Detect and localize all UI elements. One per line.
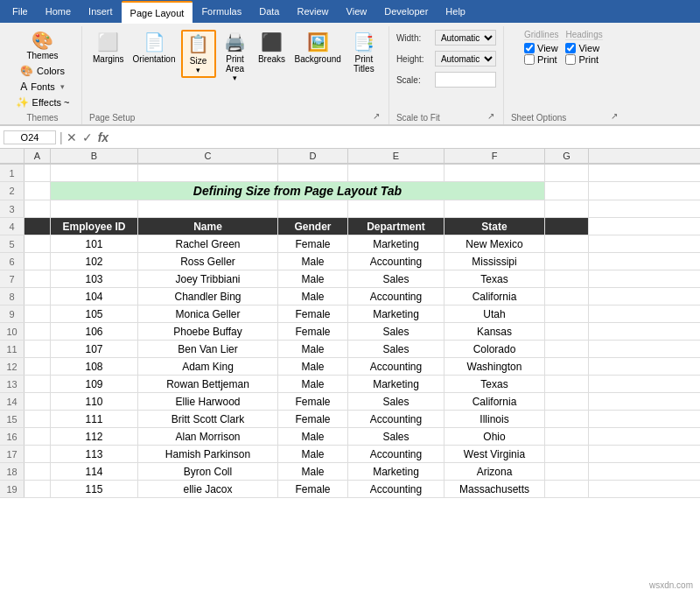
gridlines-print-checkbox[interactable] [524,54,535,65]
data-cell[interactable]: Male [278,288,348,305]
cell[interactable] [545,182,589,200]
cell[interactable] [348,165,444,181]
cell[interactable] [24,200,51,217]
data-cell[interactable]: Ben Van Lier [138,341,278,357]
data-cell[interactable]: Ross Geller [138,253,278,270]
data-cell[interactable] [24,428,51,445]
data-cell[interactable] [545,428,589,445]
col-header-d[interactable]: D [278,149,348,163]
data-cell[interactable]: 114 [51,463,138,480]
data-cell[interactable]: Phoebe Buffay [138,323,278,340]
data-cell[interactable]: Accounting [348,358,444,375]
data-cell[interactable]: Mississipi [444,253,545,270]
tab-review[interactable]: Review [288,0,337,23]
header-cell[interactable]: Name [138,218,278,235]
cell[interactable] [545,200,589,217]
data-cell[interactable] [545,463,589,480]
data-cell[interactable] [24,253,51,270]
data-cell[interactable]: 112 [51,428,138,445]
data-cell[interactable] [545,323,589,340]
data-cell[interactable]: Female [278,393,348,410]
data-cell[interactable]: 115 [51,481,138,497]
tab-data[interactable]: Data [250,0,288,23]
col-header-g[interactable]: G [545,149,589,163]
data-cell[interactable]: 113 [51,446,138,462]
data-cell[interactable]: Kansas [444,323,545,340]
cell[interactable] [51,200,138,217]
cell[interactable] [278,200,348,217]
data-cell[interactable]: Joey Tribbiani [138,270,278,287]
headings-print-checkbox[interactable] [565,54,576,65]
data-cell[interactable] [545,270,589,287]
data-cell[interactable]: Monica Geller [138,306,278,322]
data-cell[interactable] [24,446,51,462]
data-cell[interactable]: Female [278,411,348,427]
col-header-f[interactable]: F [444,149,545,163]
data-cell[interactable]: West Virginia [444,446,545,462]
data-cell[interactable] [545,411,589,427]
height-select[interactable]: Automatic [435,51,496,67]
data-cell[interactable] [545,376,589,392]
data-cell[interactable] [545,235,589,252]
data-cell[interactable]: Texas [444,376,545,392]
tab-page-layout[interactable]: Page Layout [122,1,193,24]
cell[interactable] [24,182,51,200]
data-cell[interactable]: Massachusetts [444,481,545,497]
cell[interactable] [51,165,138,181]
data-cell[interactable]: Texas [444,270,545,287]
col-header-e[interactable]: E [348,149,444,163]
data-cell[interactable]: Marketing [348,463,444,480]
tab-view[interactable]: View [338,0,376,23]
data-cell[interactable]: Male [278,358,348,375]
data-cell[interactable]: 110 [51,393,138,410]
data-cell[interactable] [24,270,51,287]
sheet-options-dialog-launcher[interactable]: ↗ [609,111,620,121]
data-cell[interactable] [24,341,51,357]
tab-insert[interactable]: Insert [80,0,122,23]
header-cell[interactable] [545,218,589,235]
data-cell[interactable]: Marketing [348,306,444,322]
data-cell[interactable] [24,235,51,252]
data-cell[interactable] [545,481,589,497]
header-cell[interactable]: Gender [278,218,348,235]
margins-button[interactable]: ⬜ Margins [89,30,128,66]
print-titles-button[interactable]: 📑 PrintTitles [346,30,382,75]
data-cell[interactable]: 105 [51,306,138,322]
data-cell[interactable] [24,323,51,340]
data-cell[interactable]: Accounting [348,288,444,305]
cell[interactable] [278,165,348,181]
data-cell[interactable] [24,358,51,375]
data-cell[interactable]: Marketing [348,235,444,252]
gridlines-view-checkbox[interactable] [524,43,535,53]
themes-button[interactable]: 🎨 Themes [21,30,65,62]
scale-input[interactable]: 100% [435,72,496,88]
page-setup-dialog-launcher[interactable]: ↗ [371,111,382,121]
effects-button[interactable]: ✨ Effects ~ [12,95,74,109]
col-header-c[interactable]: C [138,149,278,163]
tab-help[interactable]: Help [437,0,474,23]
tab-file[interactable]: File [4,0,37,23]
data-cell[interactable]: Illinois [444,411,545,427]
data-cell[interactable]: Female [278,235,348,252]
data-cell[interactable]: Male [278,446,348,462]
cell[interactable] [444,165,545,181]
data-cell[interactable]: Colorado [444,341,545,357]
data-cell[interactable]: Ellie Harwood [138,393,278,410]
width-select[interactable]: Automatic [435,30,496,46]
data-cell[interactable] [24,411,51,427]
data-cell[interactable]: 106 [51,323,138,340]
function-icon[interactable]: fx [98,130,108,144]
data-cell[interactable] [24,376,51,392]
data-cell[interactable] [24,393,51,410]
data-cell[interactable]: 111 [51,411,138,427]
tab-home[interactable]: Home [37,0,80,23]
data-cell[interactable]: Arizona [444,463,545,480]
cell-ref-box[interactable] [4,130,56,144]
data-cell[interactable]: California [444,393,545,410]
breaks-button[interactable]: ⬛ Breaks [255,30,290,66]
size-button[interactable]: 📋 Size ▾ [181,30,216,78]
cell[interactable] [444,200,545,217]
data-cell[interactable]: Male [278,253,348,270]
data-cell[interactable]: Female [278,323,348,340]
formula-input[interactable] [112,132,696,143]
